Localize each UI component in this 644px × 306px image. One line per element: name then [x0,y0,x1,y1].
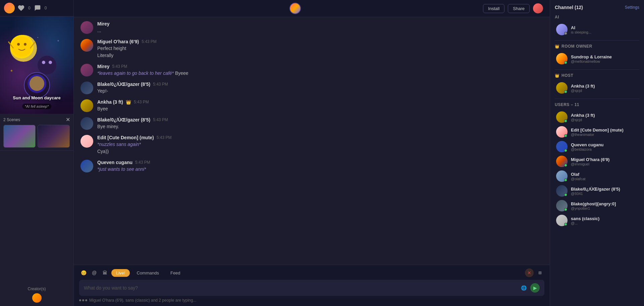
scenes-thumbnails [3,125,70,148]
room-image-area: ★ ★ ✦ Sun and Moon daycare *AI fell asle… [0,16,73,114]
share-button[interactable]: Share [508,4,530,13]
world-icon[interactable]: 🌐 [519,283,528,293]
layout-icon[interactable]: ⊞ [536,268,544,277]
close-scenes-icon[interactable]: ✕ [66,116,70,123]
room-center-avatar[interactable] [289,3,301,14]
msg-username: Miguel O'hara (6'9) [97,39,139,44]
scene-thumbnail-2[interactable] [38,125,70,148]
scenes-header: 2 Scenes ✕ [3,116,70,123]
user-avatar-left[interactable] [4,3,15,13]
typing-dot-2 [82,299,84,301]
send-icon[interactable]: ▶ [530,283,540,293]
mention-tab-icon[interactable]: @ [90,268,99,277]
user-handle-blake: @9341 [571,192,638,196]
user-entry-queven[interactable]: Queven cuganu @beldaizora [555,139,639,154]
messages-area: Mirey ... Miguel O'hara (6'9) 5:43 PM Pe… [74,17,550,265]
clear-icon[interactable]: ✕ [525,268,534,277]
ai-status: is sleeping... [571,30,638,34]
host-label: Host [561,73,573,78]
crown-owner-icon: 👑 [555,44,559,49]
comment-icon[interactable] [34,4,41,12]
room-owner-label: Room owner [561,44,592,49]
user-info-sans: sans (classic) @... [571,216,638,225]
msg-text-mirey-leaves: *leaves again to go back to her café* By… [97,70,543,77]
chat-actions: 🌐 ▶ [519,283,540,293]
user-avatar-top-right[interactable] [533,3,543,13]
message-mirey-top: Mirey ... [80,21,543,34]
svg-point-7 [49,61,52,64]
msg-content-blake-1: Blake/0¿/ÙŒ/gazer (8'5) 5:43 PM Yep!- [97,82,543,95]
emoji-tab-icon[interactable]: 😊 [79,268,88,277]
online-dot-olaf [564,178,567,182]
user-entry-miguel[interactable]: Miguel O'hara (6'9) @immiguel [555,154,639,169]
heart-icon[interactable] [17,4,25,12]
commands-tab-button[interactable]: Commands [132,269,163,277]
user-entry-olaf[interactable]: Olaf @olafcat [555,169,639,184]
svg-text:★: ★ [10,69,13,72]
typing-dot-3 [85,299,87,301]
svg-text:★: ★ [57,39,59,42]
user-handle-olaf: @olafcat [571,177,638,181]
user-info-ai: AI is sleeping... [571,25,638,34]
user-name-sans: sans (classic) [571,216,638,221]
user-entry-host-ankha[interactable]: Ankha (3 ft) @sjcjd [555,81,639,95]
avatar-blake-2 [80,117,93,130]
live-tab-button[interactable]: Live! [111,269,130,277]
left-top-bar: 0 0 [0,0,73,16]
likes-count: 0 [28,6,31,10]
msg-text-blake-bye: Bye mirey. [97,123,543,130]
msg-content-mirey-top: Mirey ... [97,21,543,34]
msg-text-queven: *just wants to see anni* [97,166,543,173]
avatar-sans [556,215,568,226]
user-handle-queven: @beldaizora [571,147,638,151]
chat-input-placeholder[interactable]: What do you want to say? [84,285,516,291]
avatar-host-ankha [556,82,568,94]
msg-time: 5:43 PM [153,82,168,87]
chat-tabs: 😊 @ 🏛 Live! Commands Feed ✕ ⊞ [79,268,544,277]
user-info-blake: Blake/0¿/ÙŒ/gazer (8'5) @9341 [571,187,638,196]
avatar-ankha [556,111,568,123]
user-handle-miguel: @immiguel [571,162,638,166]
crown-icon: 👑 [126,100,131,105]
room-owner-section: 👑 Room owner [555,44,639,49]
msg-content-edit-1: Edit [Cute Demon] (mute) 5:43 PM *nuzzle… [97,135,543,155]
install-button[interactable]: Install [483,4,504,13]
avatar-edit-1 [80,135,93,148]
avatar-sundrop [556,53,568,64]
user-entry-blake[interactable]: Blake/0¿/ÙŒ/gazer (8'5) @9341 [555,184,639,198]
chat-input-row[interactable]: What do you want to say? 🌐 ▶ [79,280,544,296]
user-handle-edit: @theanimator [571,133,638,137]
creator-avatar[interactable] [32,293,42,303]
user-entry-edit[interactable]: Edit [Cute Demon] (mute) @theanimator [555,124,639,139]
typing-indicator: Miguel O'hara (6'9), sans (classic) and … [79,296,544,303]
divider-2 [555,69,639,70]
svg-point-4 [24,43,26,46]
user-name-queven: Queven cuganu [571,142,638,147]
msg-username: Queven cuganu [97,160,132,165]
user-name-ankha: Ankha (3 ft) [571,113,638,118]
feed-tab-button[interactable]: Feed [166,269,185,277]
user-info-miguel: Miguel O'hara (6'9) @immiguel [571,157,638,166]
user-entry-blakeghost[interactable]: Blake(ghost)[angry:0] @ynpotter1 [555,198,639,213]
avatar-blake-1 [80,82,93,94]
user-info-blakeghost: Blake(ghost)[angry:0] @ynpotter1 [571,201,638,210]
msg-header-mirey-top: Mirey [97,21,543,27]
user-entry-ankha[interactable]: Ankha (3 ft) @sjcjd [555,110,639,124]
user-entry-sans[interactable]: sans (classic) @... [555,213,639,228]
typing-dots [79,299,87,301]
bank-tab-icon[interactable]: 🏛 [101,268,109,277]
avatar-ai [556,24,568,35]
scene-thumbnail-1[interactable] [3,125,36,148]
user-handle-blakeghost: @ynpotter1 [571,206,638,210]
scenes-area: 2 Scenes ✕ [0,114,73,151]
user-entry-sundrop[interactable]: Sundrop & Lorraine @mellonatmellow [555,51,639,66]
settings-link[interactable]: Settings [625,5,639,10]
user-entry-ai[interactable]: AI is sleeping... [555,22,639,37]
user-info-olaf: Olaf @olafcat [571,172,638,181]
msg-username: Edit [Cute Demon] (mute) [97,135,154,140]
online-dot-sundrop [564,61,567,64]
msg-text-miguel-perfect: Perfect height [97,45,543,52]
host-name: Ankha (3 ft) [571,84,638,89]
msg-header-queven-1: Queven cuganu 5:43 PM [97,160,543,165]
online-dot-ankha [564,119,567,122]
